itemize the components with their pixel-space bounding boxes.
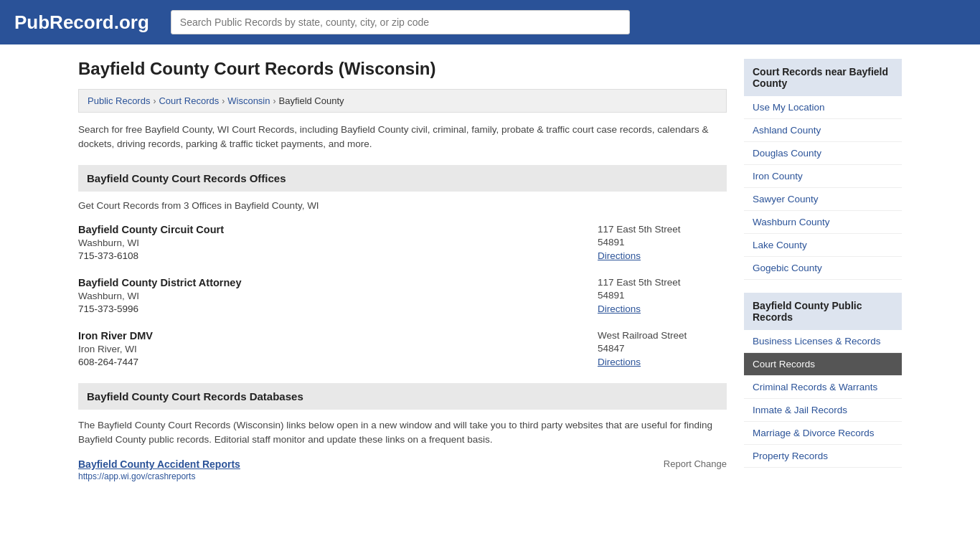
sidebar-pr-property[interactable]: Property Records	[744, 445, 902, 468]
site-title[interactable]: PubRecord.org	[14, 11, 149, 34]
office-address-2: 117 East 5th Street	[598, 277, 727, 288]
directions-link-3[interactable]: Directions	[598, 357, 641, 367]
office-zip-3: 54847	[598, 343, 727, 354]
report-change-1[interactable]: Report Change	[649, 458, 727, 469]
office-left-3: Iron River DMV Iron River, WI 608-264-74…	[78, 330, 153, 367]
office-right-1: 117 East 5th Street 54891 Directions	[583, 224, 727, 261]
sidebar-nearby-gogebic[interactable]: Gogebic County	[744, 257, 902, 280]
db-name-1[interactable]: Bayfield County Accident Reports	[78, 458, 240, 470]
breadcrumb-sep-3: ›	[273, 96, 276, 106]
sidebar-pr-court[interactable]: Court Records	[744, 353, 902, 376]
office-phone-1: 715-373-6108	[78, 250, 224, 261]
sidebar-public-records-header: Bayfield County Public Records	[744, 293, 902, 330]
sidebar-nearby-lake[interactable]: Lake County	[744, 234, 902, 257]
office-phone-2: 715-373-5996	[78, 303, 241, 314]
office-name-1: Bayfield County Circuit Court	[78, 224, 224, 235]
content-area: Bayfield County Court Records (Wisconsin…	[78, 59, 727, 484]
databases-description: The Bayfield County Court Records (Wisco…	[78, 418, 727, 448]
office-address-1: 117 East 5th Street	[598, 224, 727, 235]
offices-count: Get Court Records from 3 Offices in Bayf…	[78, 200, 727, 211]
db-entry-1: Bayfield County Accident Reports https:/…	[78, 458, 727, 481]
office-entry-2: Bayfield County District Attorney Washbu…	[78, 277, 727, 314]
main-layout: Bayfield County Court Records (Wisconsin…	[67, 44, 913, 499]
office-city-2: Washburn, WI	[78, 291, 241, 301]
sidebar-nearby-header: Court Records near Bayfield County	[744, 59, 902, 96]
office-city-1: Washburn, WI	[78, 237, 224, 248]
directions-link-2[interactable]: Directions	[598, 303, 641, 314]
sidebar-pr-criminal[interactable]: Criminal Records & Warrants	[744, 376, 902, 399]
office-right-3: West Railroad Street 54847 Directions	[583, 330, 727, 367]
office-left-1: Bayfield County Circuit Court Washburn, …	[78, 224, 224, 261]
db-url-1[interactable]: https://app.wi.gov/crashreports	[78, 471, 195, 481]
breadcrumb-sep-2: ›	[222, 96, 225, 106]
sidebar-nearby-ashland[interactable]: Ashland County	[744, 119, 902, 142]
office-left-2: Bayfield County District Attorney Washbu…	[78, 277, 241, 314]
offices-section-header: Bayfield County Court Records Offices	[78, 165, 727, 192]
sidebar-nearby-use-location[interactable]: Use My Location	[744, 96, 902, 119]
sidebar-nearby-list: Use My Location Ashland County Douglas C…	[744, 96, 902, 280]
office-city-3: Iron River, WI	[78, 344, 153, 354]
office-zip-2: 54891	[598, 290, 727, 301]
sidebar: Court Records near Bayfield County Use M…	[744, 59, 902, 484]
page-title: Bayfield County Court Records (Wisconsin…	[78, 59, 727, 79]
breadcrumb-wisconsin[interactable]: Wisconsin	[227, 95, 270, 106]
sidebar-public-records-list: Business Licenses & Records Court Record…	[744, 330, 902, 468]
sidebar-nearby-sawyer[interactable]: Sawyer County	[744, 188, 902, 211]
page-description: Search for free Bayfield County, WI Cour…	[78, 123, 727, 152]
directions-link-1[interactable]: Directions	[598, 250, 641, 261]
databases-section-header: Bayfield County Court Records Databases	[78, 383, 727, 410]
office-entry-1: Bayfield County Circuit Court Washburn, …	[78, 224, 727, 261]
sidebar-nearby-washburn[interactable]: Washburn County	[744, 211, 902, 234]
breadcrumb: Public Records › Court Records › Wiscons…	[78, 89, 727, 113]
office-entry-3: Iron River DMV Iron River, WI 608-264-74…	[78, 330, 727, 367]
search-input[interactable]	[171, 10, 630, 34]
sidebar-nearby-iron[interactable]: Iron County	[744, 165, 902, 188]
sidebar-pr-inmate[interactable]: Inmate & Jail Records	[744, 399, 902, 422]
office-zip-1: 54891	[598, 237, 727, 248]
office-name-2: Bayfield County District Attorney	[78, 277, 241, 288]
sidebar-pr-business[interactable]: Business Licenses & Records	[744, 330, 902, 353]
sidebar-nearby-douglas[interactable]: Douglas County	[744, 142, 902, 165]
breadcrumb-public-records[interactable]: Public Records	[88, 95, 150, 106]
breadcrumb-bayfield: Bayfield County	[279, 95, 344, 106]
office-address-3: West Railroad Street	[598, 330, 727, 341]
header: PubRecord.org	[0, 0, 980, 44]
breadcrumb-court-records[interactable]: Court Records	[159, 95, 219, 106]
office-name-3: Iron River DMV	[78, 330, 153, 342]
office-right-2: 117 East 5th Street 54891 Directions	[583, 277, 727, 314]
office-phone-3: 608-264-7447	[78, 357, 153, 367]
sidebar-pr-marriage[interactable]: Marriage & Divorce Records	[744, 422, 902, 445]
breadcrumb-sep-1: ›	[153, 96, 156, 106]
db-entry-left-1: Bayfield County Accident Reports https:/…	[78, 458, 240, 481]
